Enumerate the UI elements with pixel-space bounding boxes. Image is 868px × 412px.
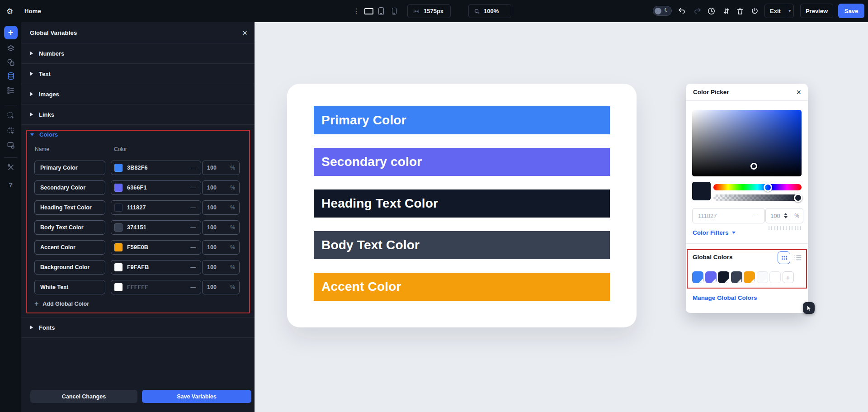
color-bar-accent[interactable]: Accent Color [314, 273, 610, 301]
variable-name-input[interactable]: White Text [34, 280, 105, 294]
global-color-swatch[interactable] [705, 271, 717, 283]
phone-icon [392, 8, 396, 14]
variable-opacity-input[interactable]: 100 % [202, 280, 240, 294]
select-element-button[interactable] [6, 111, 15, 120]
settings-gear-icon[interactable]: ⚙ [6, 0, 13, 22]
device-tablet-button[interactable] [378, 0, 384, 22]
select-multiple-button[interactable] [6, 126, 15, 135]
dark-mode-toggle[interactable]: ☾ [653, 6, 672, 16]
layers-button[interactable] [6, 44, 15, 53]
color-swatch[interactable] [114, 243, 123, 251]
section-colors-header[interactable]: Colors [30, 131, 58, 138]
alpha-slider[interactable] [713, 194, 802, 201]
structure-button[interactable] [6, 86, 15, 95]
color-bar-secondary[interactable]: Secondary color [314, 148, 610, 176]
color-swatch[interactable] [114, 223, 123, 232]
exit-dropdown-caret-icon[interactable]: ▾ [786, 4, 793, 18]
color-bar-body[interactable]: Body Text Color [314, 231, 610, 259]
color-swatch[interactable] [114, 283, 123, 291]
section-text[interactable]: Text [21, 64, 255, 84]
color-swatch[interactable] [114, 164, 123, 172]
global-color-swatch[interactable] [744, 271, 755, 283]
variable-opacity-input[interactable]: 100 % [202, 240, 240, 255]
variable-color-input[interactable]: 3B82F6 — [111, 161, 201, 175]
design-library-button[interactable] [6, 58, 15, 67]
variable-color-input[interactable]: 111827 — [111, 200, 201, 215]
variable-name-input[interactable]: Body Text Color [34, 220, 105, 235]
variable-opacity-input[interactable]: 100 % [202, 161, 240, 175]
variable-color-input[interactable]: F9FAFB — [111, 260, 201, 275]
saturation-cursor[interactable] [750, 163, 757, 170]
opacity-stepper[interactable] [784, 213, 791, 219]
manage-global-colors-link[interactable]: Manage Global Colors [693, 294, 757, 301]
section-images[interactable]: Images [21, 84, 255, 104]
global-color-swatch[interactable] [692, 271, 703, 283]
color-swatch[interactable] [114, 204, 123, 212]
hex-input[interactable]: 111827 — [692, 208, 765, 223]
color-swatch[interactable] [114, 184, 123, 192]
box-settings-button[interactable] [6, 141, 15, 150]
variable-color-input[interactable]: 6366F1 — [111, 180, 201, 195]
tools-button[interactable] [6, 163, 15, 172]
variable-color-input[interactable]: 374151 — [111, 220, 201, 235]
history-button[interactable] [705, 0, 717, 22]
device-desktop-button[interactable] [364, 0, 373, 22]
redo-button[interactable] [691, 0, 703, 22]
tools-icon [6, 163, 15, 172]
section-links[interactable]: Links [21, 104, 255, 125]
more-options-icon[interactable]: ⋮ [353, 0, 360, 22]
variable-name-input[interactable]: Heading Text Color [34, 200, 105, 215]
preview-button[interactable]: Preview [800, 4, 833, 18]
step-down-icon[interactable] [784, 216, 788, 218]
global-colors-label: Global Colors [693, 254, 733, 260]
breadcrumb-home[interactable]: Home [24, 0, 41, 22]
global-color-swatch[interactable] [731, 271, 742, 283]
dash: — [190, 165, 196, 171]
section-fonts[interactable]: Fonts [21, 317, 255, 338]
global-data-button[interactable] [6, 71, 15, 81]
add-element-button[interactable]: + [4, 26, 18, 39]
zoom-control[interactable]: 100% [468, 4, 511, 18]
help-button[interactable]: ? [9, 181, 13, 189]
global-color-swatch[interactable] [757, 271, 768, 283]
section-numbers[interactable]: Numbers [21, 43, 255, 64]
opacity-input[interactable]: 100 % [765, 208, 803, 223]
close-icon[interactable]: × [242, 28, 247, 37]
variable-opacity-input[interactable]: 100 % [202, 180, 240, 195]
global-color-swatch[interactable] [718, 271, 729, 283]
color-filters-link[interactable]: Color Filters [693, 229, 736, 236]
add-global-color-button[interactable]: + Add Global Color [34, 300, 89, 308]
add-global-color-button[interactable]: + [783, 271, 794, 283]
list-view-button[interactable] [794, 254, 802, 261]
variable-name-input[interactable]: Accent Color [34, 240, 105, 255]
variable-color-input[interactable]: FFFFFF — [111, 280, 201, 294]
viewport-width-input[interactable]: 1575px [407, 4, 451, 18]
cancel-changes-button[interactable]: Cancel Changes [30, 390, 137, 403]
color-bar-primary[interactable]: Primary Color [314, 106, 610, 134]
variable-color-input[interactable]: F59E0B — [111, 240, 201, 255]
save-variables-button[interactable]: Save Variables [142, 390, 251, 403]
undo-button[interactable] [676, 0, 688, 22]
step-up-icon[interactable] [784, 213, 788, 215]
sort-order-button[interactable] [720, 0, 732, 22]
save-button[interactable]: Save [838, 4, 864, 18]
trash-button[interactable] [734, 0, 746, 22]
color-swatch[interactable] [114, 263, 123, 271]
exit-button[interactable]: Exit ▾ [764, 4, 794, 18]
variable-opacity-input[interactable]: 100 % [202, 260, 240, 275]
variable-name-input[interactable]: Secondary Color [34, 180, 105, 195]
variable-opacity-input[interactable]: 100 % [202, 200, 240, 215]
power-button[interactable] [749, 0, 760, 22]
hue-slider-thumb[interactable] [764, 183, 772, 192]
variable-opacity-input[interactable]: 100 % [202, 220, 240, 235]
grid-view-button[interactable] [778, 251, 790, 264]
variable-name-input[interactable]: Background Color [34, 260, 105, 275]
color-bar-heading[interactable]: Heading Text Color [314, 189, 610, 218]
global-color-swatch[interactable] [769, 271, 781, 283]
saturation-area[interactable] [692, 110, 802, 176]
variable-name-input[interactable]: Primary Color [34, 161, 105, 175]
alpha-slider-thumb[interactable] [794, 194, 802, 202]
close-icon[interactable]: × [796, 88, 801, 96]
hue-slider[interactable] [713, 184, 802, 190]
device-phone-button[interactable] [392, 0, 396, 22]
